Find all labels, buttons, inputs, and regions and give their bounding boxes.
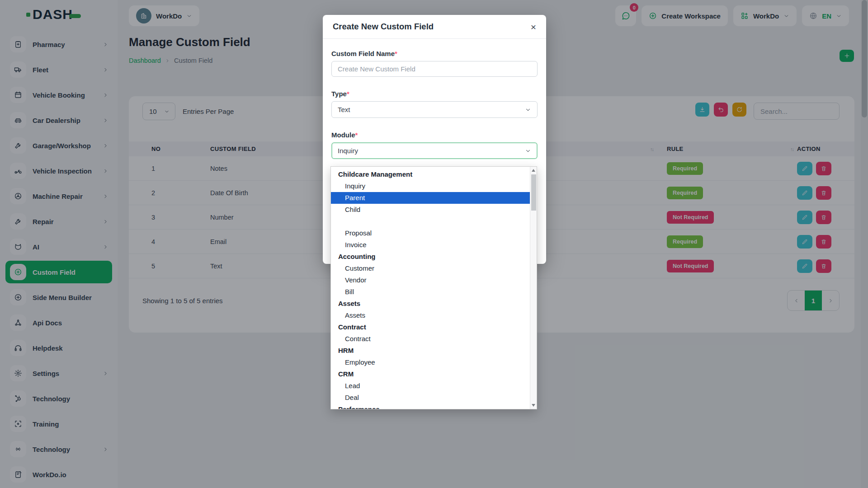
dropdown-option[interactable]: Deal bbox=[331, 392, 530, 404]
modal-title: Create New Custom Field bbox=[333, 22, 434, 32]
module-dropdown-list: Childcare Management Inquiry Parent Chil… bbox=[330, 166, 537, 409]
module-label: Module* bbox=[331, 131, 538, 139]
dropdown-option-selected[interactable]: Parent bbox=[331, 192, 530, 204]
type-select[interactable]: Text bbox=[331, 101, 538, 118]
dropdown-group: Contract bbox=[331, 321, 530, 333]
dropdown-option[interactable]: Proposal bbox=[331, 227, 530, 239]
dropdown-option[interactable]: Assets bbox=[331, 310, 530, 321]
dropdown-group: HRM bbox=[331, 345, 530, 357]
dropdown-group: Performance bbox=[331, 404, 530, 409]
dropdown-option[interactable]: Customer bbox=[331, 263, 530, 274]
module-select[interactable]: Inquiry bbox=[331, 142, 538, 159]
dropdown-option[interactable]: Invoice bbox=[331, 239, 530, 251]
required-mark: * bbox=[395, 50, 397, 57]
dropdown-group: CRM bbox=[331, 368, 530, 380]
custom-field-name-label: Custom Field Name* bbox=[331, 50, 538, 57]
dropdown-option[interactable]: Bill bbox=[331, 286, 530, 298]
dropdown-group: Accounting bbox=[331, 251, 530, 263]
close-icon[interactable]: × bbox=[531, 22, 536, 32]
dropdown-group bbox=[331, 216, 530, 227]
dropdown-option[interactable]: Employee bbox=[331, 357, 530, 368]
dropdown-option[interactable]: Vendor bbox=[331, 274, 530, 286]
dropdown-scrollbar-thumb[interactable] bbox=[531, 174, 536, 211]
module-group: Module* Inquiry bbox=[331, 131, 538, 159]
dropdown-group: Assets bbox=[331, 298, 530, 310]
type-group: Type* Text bbox=[331, 90, 538, 118]
chevron-down-icon bbox=[525, 148, 531, 154]
custom-field-name-input[interactable] bbox=[331, 61, 538, 77]
required-mark: * bbox=[347, 90, 349, 98]
module-select-value: Inquiry bbox=[338, 147, 358, 155]
dropdown-scrollbar[interactable] bbox=[530, 167, 537, 409]
scrollbar-up-arrow-icon[interactable] bbox=[532, 169, 535, 172]
modal-body: Custom Field Name* Type* Text Module* In… bbox=[323, 39, 546, 159]
type-select-value: Text bbox=[338, 106, 350, 113]
dropdown-option[interactable]: Contract bbox=[331, 333, 530, 345]
modal-header: Create New Custom Field × bbox=[323, 15, 546, 39]
dropdown-option[interactable]: Child bbox=[331, 204, 530, 216]
required-mark: * bbox=[355, 131, 358, 139]
dropdown-group: Childcare Management bbox=[331, 169, 530, 180]
chevron-down-icon bbox=[525, 107, 531, 113]
dropdown-option[interactable]: Inquiry bbox=[331, 180, 530, 192]
type-label: Type* bbox=[331, 90, 538, 98]
scrollbar-down-arrow-icon[interactable] bbox=[532, 404, 535, 407]
custom-field-name-group: Custom Field Name* bbox=[331, 50, 538, 77]
dropdown-option[interactable]: Lead bbox=[331, 380, 530, 392]
